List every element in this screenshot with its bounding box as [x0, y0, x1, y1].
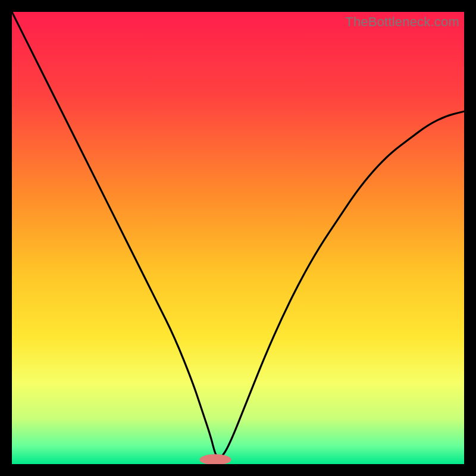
chart-background	[12, 12, 464, 464]
chart-frame: TheBottleneck.com	[12, 12, 464, 464]
watermark-text: TheBottleneck.com	[345, 14, 459, 30]
chart-svg	[12, 12, 464, 464]
